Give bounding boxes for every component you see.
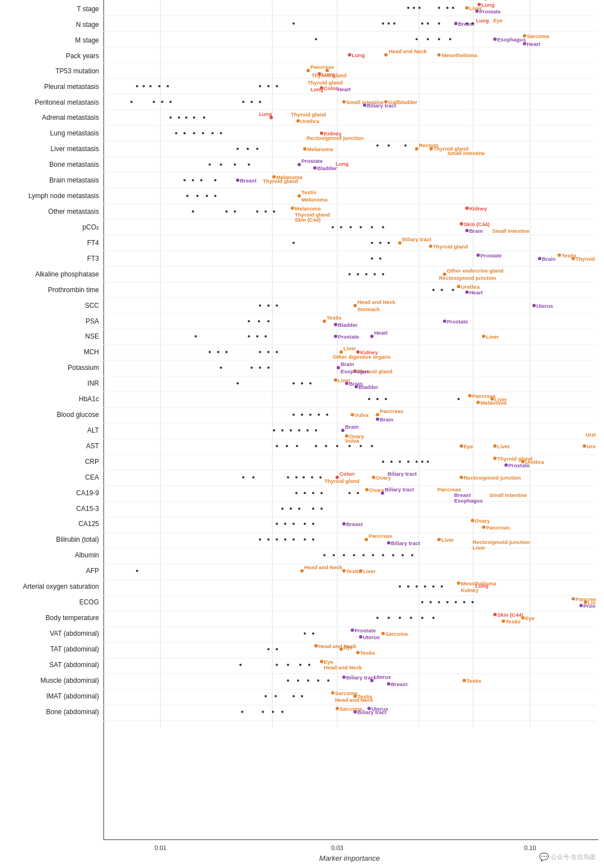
y-label-psa: PSA	[86, 317, 99, 325]
label-brain-pco2: Brain	[469, 228, 483, 234]
svg-point-265	[504, 463, 508, 467]
svg-point-148	[265, 210, 267, 213]
label-lung-bone: Lung	[336, 161, 348, 167]
y-label-mch: MCH	[84, 348, 99, 356]
svg-point-279	[312, 492, 314, 494]
svg-point-67	[438, 22, 440, 25]
y-label-crp: CRP	[85, 458, 99, 466]
svg-point-384	[353, 710, 357, 714]
svg-point-149	[273, 210, 275, 213]
label-thyroid-tp53: Thyroid gland	[312, 72, 347, 78]
svg-point-222	[368, 398, 370, 400]
svg-point-184	[267, 304, 270, 307]
svg-point-318	[136, 570, 138, 572]
label-liver-afp: Liver	[363, 568, 376, 574]
y-label-afp: AFP	[86, 567, 99, 575]
svg-point-234	[351, 413, 354, 416]
svg-point-346	[502, 620, 505, 623]
label-smallint-ca199: Small intestine	[489, 492, 527, 498]
label-pancreas-glucose: Pancreas	[380, 408, 403, 414]
label-breast-ca125: Breast	[346, 521, 363, 527]
label-thyroid-adrenal: Thyroid gland	[291, 111, 326, 118]
svg-point-118	[237, 148, 239, 150]
label-esophagus-mstage: Esophagus	[497, 36, 526, 43]
svg-point-116	[220, 132, 222, 134]
label-biliary-cea: Biliary tract	[388, 471, 417, 477]
svg-point-367	[317, 679, 319, 682]
label-urethra-adrenal: Urethra	[300, 118, 320, 124]
svg-point-361	[299, 664, 301, 666]
svg-point-165	[429, 245, 432, 248]
svg-point-261	[416, 461, 418, 463]
svg-point-65	[421, 22, 423, 25]
label-headneck-imat: Head and Neck	[335, 697, 374, 703]
y-label-nstage: N stage	[76, 21, 99, 29]
svg-point-162	[379, 242, 381, 244]
svg-point-220	[345, 382, 348, 385]
svg-point-280	[320, 492, 323, 494]
svg-point-81	[437, 53, 441, 57]
svg-point-157	[382, 226, 384, 228]
svg-point-266	[521, 460, 525, 463]
svg-point-307	[437, 538, 441, 541]
label-lung2-o2: Lung	[475, 583, 488, 589]
svg-point-276	[460, 476, 463, 479]
svg-point-321	[359, 569, 362, 573]
svg-point-247	[296, 445, 298, 447]
y-label-lymph: Lymph node metastasis	[29, 192, 99, 200]
label-headneck-scc: Head and Neck	[357, 299, 396, 305]
svg-point-383	[336, 707, 339, 710]
svg-point-103	[363, 104, 366, 107]
y-label-bone-abd: Bone (abdominal)	[46, 708, 99, 716]
label-eye-nstage: Eye	[493, 17, 503, 24]
svg-point-219	[334, 378, 337, 382]
svg-point-88	[158, 85, 161, 87]
svg-point-362	[308, 664, 310, 666]
label-liver-hba1c: Liver	[494, 396, 507, 402]
y-label-pleural: Pleural metastasis	[44, 83, 99, 91]
svg-point-259	[399, 461, 401, 463]
label-melanoma-liver: Melanoma	[307, 146, 333, 152]
svg-point-218	[309, 382, 312, 384]
label-ovary-bili: Ovary	[473, 0, 488, 1]
svg-point-74	[438, 38, 440, 40]
y-label-ca125: CA125	[78, 520, 99, 528]
label-thyroid-brain: Thyroid gland	[263, 178, 298, 184]
label-pancreas-ca125: Pancreas	[486, 524, 509, 531]
label-rectosigmoid-cea: Rectosigmoid junction	[464, 475, 521, 481]
svg-point-160	[292, 242, 295, 244]
svg-point-176	[382, 273, 384, 275]
svg-point-140	[196, 195, 199, 197]
svg-point-255	[493, 444, 497, 448]
svg-point-379	[241, 711, 243, 713]
y-label-tat: TAT (abdominal)	[50, 645, 99, 653]
label-testis-muscle: Testis	[466, 678, 482, 684]
svg-point-246	[286, 445, 288, 447]
svg-point-353	[267, 648, 270, 650]
svg-point-283	[365, 488, 369, 491]
svg-point-250	[336, 445, 338, 447]
svg-point-55	[438, 7, 440, 9]
label-esophagus-ca199: Esophagus	[454, 498, 483, 504]
svg-point-77	[523, 34, 526, 37]
label-urethra-ast: Urethra	[587, 443, 596, 449]
label-bladder-inr: Bladder	[358, 384, 379, 390]
svg-point-181	[457, 285, 460, 288]
label-brain-alt: Brain	[345, 424, 358, 430]
y-label-glucose: Blood glucose	[57, 411, 99, 419]
watermark-icon: 💬	[539, 852, 549, 861]
svg-point-62	[382, 22, 384, 25]
y-label-pco2: pCO₂	[82, 223, 99, 231]
label-lung-adrenal: Lung	[259, 111, 272, 117]
svg-point-320	[342, 569, 346, 573]
label-bladder-bone: Bladder	[317, 165, 337, 171]
svg-point-134	[192, 179, 194, 181]
y-label-liver-meta: Liver metastasis	[50, 145, 99, 153]
svg-point-111	[175, 132, 177, 134]
svg-point-79	[348, 53, 351, 57]
y-label-potassium: Potassium	[68, 364, 99, 372]
svg-point-150	[291, 207, 294, 210]
svg-point-231	[309, 414, 312, 416]
svg-point-71	[315, 38, 317, 40]
y-label-bodytemp: Body temperature	[46, 614, 99, 622]
